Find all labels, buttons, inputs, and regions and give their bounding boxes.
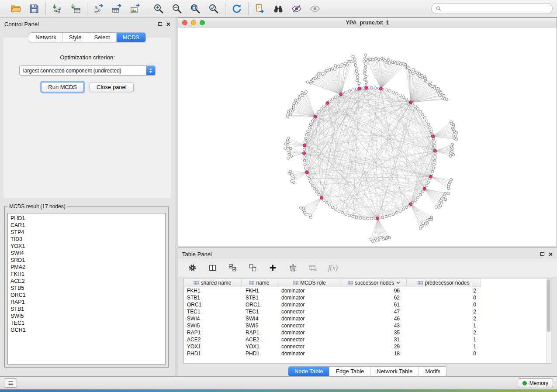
memory-label: Memory bbox=[529, 380, 548, 386]
mcds-result-item[interactable]: ORC1 bbox=[10, 292, 165, 299]
export-image-icon[interactable] bbox=[130, 3, 141, 14]
mcds-result-item[interactable]: TID3 bbox=[10, 236, 165, 243]
list-lines-icon bbox=[7, 380, 14, 386]
tab-mcds[interactable]: MCDS bbox=[116, 33, 145, 42]
mcds-result-title: MCDS result (17 nodes) bbox=[7, 203, 67, 210]
table-row[interactable]: PHD1PHD1dominator180 bbox=[184, 350, 551, 357]
table-row[interactable]: YOX1YOX1connector291 bbox=[184, 343, 551, 350]
tab-select[interactable]: Select bbox=[88, 33, 116, 42]
control-panel-title: Control Panel bbox=[4, 21, 39, 28]
share-document-icon[interactable] bbox=[254, 3, 266, 14]
node-table: shared namenameMCDS rolesuccessor nodesp… bbox=[183, 278, 551, 364]
column-header-mcds-role[interactable]: MCDS role bbox=[277, 279, 342, 287]
mcds-result-item[interactable]: PMA2 bbox=[10, 264, 165, 271]
network-window-titlebar[interactable]: YPA_prune.txt_1 bbox=[178, 18, 557, 28]
close-panel-icon[interactable]: × bbox=[166, 22, 170, 27]
mcds-result-item[interactable]: CAR1 bbox=[10, 222, 165, 229]
mcds-result-item[interactable]: SWI4 bbox=[10, 250, 165, 257]
status-bar: Memory bbox=[0, 376, 557, 389]
network-view-window: YPA_prune.txt_1 bbox=[178, 17, 557, 246]
mcds-result-item[interactable]: STB5 bbox=[10, 285, 165, 292]
table-panel-tabs: Node TableEdge TableNetwork TableMotifs bbox=[288, 366, 447, 376]
float-table-panel-icon[interactable] bbox=[540, 252, 545, 257]
export-network-icon[interactable] bbox=[93, 3, 104, 14]
table-row[interactable]: ORC1ORC1dominator610 bbox=[184, 301, 551, 308]
table-row[interactable]: TEC1TEC1connector472 bbox=[184, 308, 551, 315]
memory-button[interactable]: Memory bbox=[518, 378, 553, 388]
search-field[interactable] bbox=[444, 5, 548, 12]
dropdown-stepper-icon bbox=[146, 66, 155, 75]
control-panel-titlebar: Control Panel × bbox=[0, 17, 175, 31]
import-table-icon[interactable] bbox=[70, 3, 81, 14]
table-row[interactable]: SWI5SWI5connector431 bbox=[184, 322, 551, 329]
mcds-result-item[interactable]: STP4 bbox=[10, 229, 165, 236]
mcds-result-group: MCDS result (17 nodes) PHD1CAR1STP4TID3Y… bbox=[4, 203, 169, 368]
table-toolbar: f(x) bbox=[178, 259, 557, 277]
mcds-result-item[interactable]: ACE2 bbox=[10, 278, 165, 285]
mcds-result-item[interactable]: SRD1 bbox=[10, 257, 165, 264]
table-row[interactable]: ACE2ACE2connector311 bbox=[184, 336, 551, 343]
column-header-shared-name[interactable]: shared name bbox=[184, 279, 242, 287]
table-tab-node-table[interactable]: Node Table bbox=[288, 367, 329, 376]
columns-icon[interactable] bbox=[207, 262, 218, 274]
criterion-dropdown[interactable]: largest connected component (undirected) bbox=[19, 65, 156, 76]
mcds-result-item[interactable]: STB1 bbox=[10, 306, 165, 313]
table-row[interactable]: FKH1FKH1dominator962 bbox=[184, 287, 551, 294]
show-all-icon[interactable] bbox=[309, 3, 321, 14]
table-tab-motifs[interactable]: Motifs bbox=[419, 367, 446, 376]
zoom-out-icon[interactable] bbox=[171, 3, 183, 14]
tab-network[interactable]: Network bbox=[29, 33, 62, 42]
mcds-result-item[interactable]: SWI5 bbox=[10, 313, 165, 320]
mcds-result-item[interactable]: TEC1 bbox=[10, 320, 165, 327]
zoom-selected-icon[interactable] bbox=[208, 3, 219, 14]
search-input[interactable] bbox=[431, 3, 553, 14]
close-panel-button[interactable]: Close panel bbox=[90, 82, 134, 92]
save-session-icon[interactable] bbox=[28, 3, 40, 14]
search-icon bbox=[436, 6, 442, 12]
binoculars-icon[interactable] bbox=[273, 3, 284, 14]
tab-style[interactable]: Style bbox=[62, 33, 88, 42]
hide-selected-icon[interactable] bbox=[291, 3, 302, 14]
control-panel: Control Panel × NetworkStyleSelectMCDS O… bbox=[0, 17, 175, 376]
table-row[interactable]: SWI4SWI4dominator462 bbox=[184, 315, 551, 322]
float-panel-icon[interactable] bbox=[157, 22, 163, 27]
network-canvas[interactable] bbox=[178, 28, 557, 246]
refresh-icon[interactable] bbox=[231, 3, 242, 14]
table-scrollbar[interactable] bbox=[546, 279, 551, 363]
add-row-icon[interactable] bbox=[267, 262, 278, 274]
zoom-in-icon[interactable] bbox=[153, 3, 164, 14]
mcds-result-item[interactable]: YOX1 bbox=[10, 243, 165, 250]
mcds-result-item[interactable]: FKH1 bbox=[10, 271, 165, 278]
column-header-predecessor-nodes[interactable]: predecessor nodes bbox=[407, 279, 481, 287]
import-network-icon[interactable] bbox=[52, 3, 63, 14]
column-header-successor-nodes[interactable]: successor nodes bbox=[342, 279, 407, 287]
network-window-title: YPA_prune.txt_1 bbox=[178, 20, 557, 26]
mcds-result-item[interactable]: RAP1 bbox=[10, 299, 165, 306]
run-mcds-button[interactable]: Run MCDS bbox=[41, 82, 84, 92]
open-file-icon[interactable] bbox=[10, 3, 21, 14]
table-tab-network-table[interactable]: Network Table bbox=[370, 367, 419, 376]
toolbar-icon-groups bbox=[4, 0, 326, 17]
table-row[interactable]: STB1STB1dominator620 bbox=[184, 294, 551, 301]
table-settings-icon[interactable] bbox=[187, 262, 198, 274]
select-all-icon[interactable] bbox=[227, 262, 238, 274]
zoom-fit-icon[interactable] bbox=[190, 3, 201, 14]
column-header-name[interactable]: name bbox=[242, 279, 277, 287]
table-tab-edge-table[interactable]: Edge Table bbox=[329, 367, 370, 376]
criterion-value: largest connected component (undirected) bbox=[20, 68, 146, 74]
delete-column-icon[interactable] bbox=[307, 262, 318, 274]
mcds-result-item[interactable]: PHD1 bbox=[10, 215, 165, 222]
memory-status-icon bbox=[522, 381, 527, 385]
network-graph[interactable] bbox=[178, 28, 557, 246]
export-table-icon[interactable] bbox=[111, 3, 123, 14]
mcds-result-list[interactable]: PHD1CAR1STP4TID3YOX1SWI4SRD1PMA2FKH1ACE2… bbox=[7, 213, 166, 364]
table-row[interactable]: RAP1RAP1dominator352 bbox=[184, 329, 551, 336]
delete-row-icon[interactable] bbox=[287, 262, 298, 274]
scrollbar-thumb[interactable] bbox=[547, 279, 550, 332]
main-toolbar bbox=[0, 0, 557, 17]
deselect-all-icon[interactable] bbox=[247, 262, 258, 274]
function-builder-icon[interactable]: f(x) bbox=[327, 262, 339, 274]
close-table-panel-icon[interactable]: × bbox=[549, 252, 553, 257]
panel-toggle-button[interactable] bbox=[4, 378, 17, 388]
mcds-result-item[interactable]: GCR1 bbox=[10, 327, 165, 334]
